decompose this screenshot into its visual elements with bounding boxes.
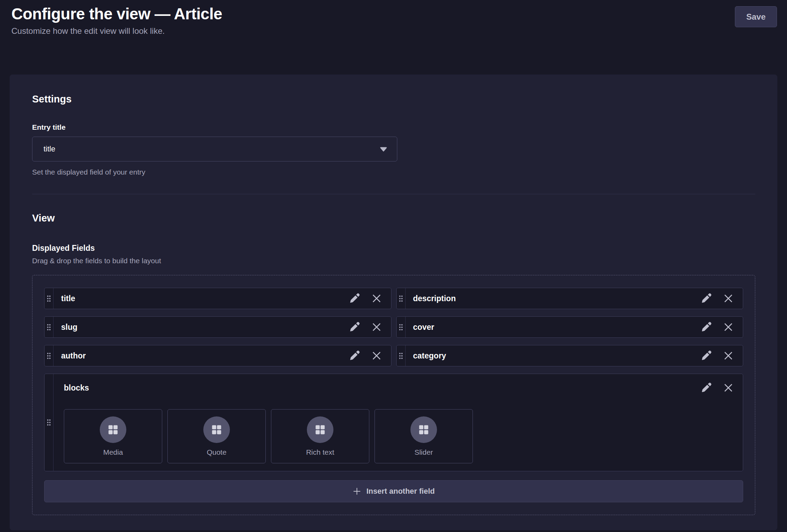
field-actions [699, 288, 743, 309]
settings-heading: Settings [32, 93, 755, 105]
grid-icon [314, 424, 326, 436]
component-icon-circle [410, 416, 437, 443]
close-icon [722, 381, 735, 394]
fields-dropzone: title description [32, 275, 755, 515]
close-icon [370, 321, 383, 334]
edit-field-button[interactable] [699, 381, 713, 395]
insert-field-label: Insert another field [366, 487, 435, 496]
edit-field-button[interactable] [348, 349, 361, 363]
component-card-quote[interactable]: Quote [167, 409, 266, 463]
grid-icon [211, 424, 223, 436]
remove-field-button[interactable] [370, 349, 383, 363]
drag-handle[interactable] [45, 288, 54, 309]
close-icon [370, 349, 383, 362]
component-icon-circle [203, 416, 230, 443]
edit-field-button[interactable] [699, 292, 713, 305]
field-actions [348, 288, 391, 309]
section-divider [32, 194, 755, 194]
pencil-icon [348, 349, 361, 362]
remove-field-button[interactable] [721, 349, 735, 363]
page-title: Configure the view — Article [11, 4, 222, 23]
drag-handle[interactable] [397, 345, 406, 366]
drag-dots-icon [47, 419, 51, 426]
drag-handle[interactable] [45, 345, 54, 366]
field-card-blocks: blocks Media [44, 374, 743, 471]
close-icon [370, 292, 383, 305]
field-actions [699, 381, 735, 395]
drag-dots-icon [399, 324, 403, 331]
field-actions [348, 345, 391, 366]
component-label: Quote [207, 448, 226, 456]
entry-title-hint: Set the displayed field of your entry [32, 168, 755, 177]
drag-dots-icon [47, 352, 51, 359]
component-label: Slider [415, 448, 433, 456]
edit-field-button[interactable] [699, 349, 713, 363]
field-actions [699, 317, 743, 337]
component-card-slider[interactable]: Slider [375, 409, 473, 463]
chevron-down-icon [380, 147, 387, 152]
plus-icon [352, 487, 361, 496]
component-label: Media [103, 448, 123, 456]
field-label: blocks [64, 383, 89, 393]
drag-dots-icon [399, 295, 403, 302]
pencil-icon [348, 292, 361, 305]
field-card-category: category [396, 345, 744, 366]
field-card-title: title [44, 288, 391, 309]
remove-field-button[interactable] [721, 381, 735, 395]
field-actions [348, 317, 391, 337]
pencil-icon [700, 292, 712, 305]
drag-dots-icon [399, 352, 403, 359]
save-button[interactable]: Save [735, 6, 777, 27]
pencil-icon [348, 321, 361, 333]
configure-view-panel: Settings Entry title title Set the displ… [10, 75, 777, 530]
edit-field-button[interactable] [348, 292, 361, 305]
drag-handle[interactable] [45, 317, 54, 337]
component-cards: Media Quote Rich text [64, 409, 735, 463]
component-card-media[interactable]: Media [64, 409, 162, 463]
close-icon [722, 292, 735, 305]
entry-title-value: title [43, 145, 55, 154]
grid-icon [107, 424, 119, 436]
page-header: Configure the view — Article Customize h… [0, 0, 787, 36]
blocks-header: blocks [64, 381, 735, 395]
blocks-content: blocks Media [54, 374, 743, 471]
field-label: description [406, 288, 700, 309]
pencil-icon [700, 321, 712, 333]
view-heading: View [32, 212, 755, 224]
field-label: category [406, 345, 700, 366]
remove-field-button[interactable] [370, 292, 383, 305]
field-card-cover: cover [396, 316, 744, 338]
field-card-author: author [44, 345, 391, 366]
drag-dots-icon [47, 324, 51, 331]
displayed-fields-label: Displayed Fields [32, 243, 755, 253]
entry-title-select[interactable]: title [32, 137, 397, 161]
page-subtitle: Customize how the edit view will look li… [11, 26, 222, 36]
field-label: cover [406, 317, 700, 337]
page-header-text: Configure the view — Article Customize h… [11, 4, 222, 36]
drag-handle[interactable] [397, 288, 406, 309]
field-label: title [54, 288, 348, 309]
field-label: author [54, 345, 348, 366]
component-card-rich-text[interactable]: Rich text [271, 409, 369, 463]
fields-grid: title description [44, 288, 743, 366]
field-actions [699, 345, 743, 366]
component-label: Rich text [306, 448, 334, 456]
drag-handle[interactable] [45, 374, 54, 471]
pencil-icon [700, 382, 712, 394]
pencil-icon [700, 349, 712, 362]
field-card-description: description [396, 288, 744, 309]
insert-field-button[interactable]: Insert another field [44, 480, 743, 502]
drag-dots-icon [47, 295, 51, 302]
close-icon [722, 349, 735, 362]
grid-icon [418, 424, 430, 436]
remove-field-button[interactable] [721, 320, 735, 334]
drag-handle[interactable] [397, 317, 406, 337]
field-label: slug [54, 317, 348, 337]
close-icon [722, 321, 735, 334]
edit-field-button[interactable] [699, 320, 713, 334]
remove-field-button[interactable] [370, 320, 383, 334]
component-icon-circle [100, 416, 126, 443]
remove-field-button[interactable] [721, 292, 735, 305]
displayed-fields-hint: Drag & drop the fields to build the layo… [32, 256, 755, 265]
edit-field-button[interactable] [348, 320, 361, 334]
